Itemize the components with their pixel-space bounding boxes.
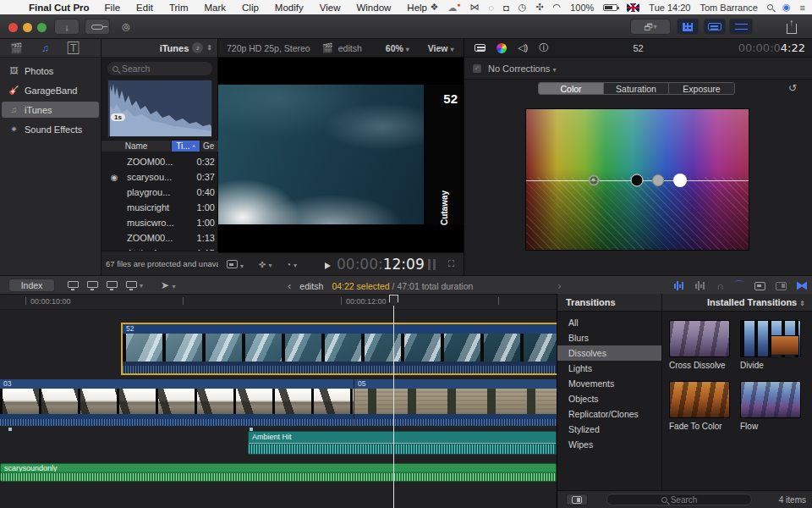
column-genre[interactable]: Ge <box>200 141 218 152</box>
menu-item[interactable]: File <box>105 3 121 13</box>
column-name[interactable]: Name <box>102 141 171 152</box>
timer-icon[interactable]: ◌ <box>489 3 495 13</box>
keyboard-layout-flag-icon[interactable] <box>627 3 639 12</box>
audio-inspector-icon[interactable]: ◁) <box>518 42 528 53</box>
menu-item[interactable]: Trim <box>169 3 189 13</box>
notification-center-icon[interactable]: ≡ <box>800 3 805 13</box>
menu-item[interactable]: Mark <box>204 3 226 13</box>
audio-preview-waveform[interactable]: 1s <box>107 80 212 137</box>
highlights-color-puck[interactable] <box>673 174 687 187</box>
midtones-color-puck[interactable] <box>652 174 664 186</box>
tool-select-menu[interactable]: ➤ ▾ <box>161 279 175 291</box>
keyword-editor-button[interactable] <box>85 19 110 35</box>
libraries-tab-icon[interactable]: 🎬 <box>10 42 23 54</box>
menu-item[interactable]: Help <box>407 3 427 13</box>
clip-appearance-icon[interactable] <box>754 282 765 290</box>
audio-clip-scarysoundonly[interactable]: scarysoundonly <box>0 463 557 482</box>
share-button[interactable] <box>780 19 804 35</box>
correction-dropdown[interactable]: No Corrections ▾ <box>488 64 556 74</box>
overwrite-edit-button[interactable]: ▾ <box>126 279 143 290</box>
transitions-category[interactable]: Movements <box>557 376 661 391</box>
menu-item[interactable]: Window <box>356 3 391 13</box>
file-row[interactable]: ◉ musicwro... 1:00 <box>102 215 218 230</box>
audio-clip-ambient-hit[interactable]: Ambient Hit <box>248 431 557 455</box>
transition-card[interactable]: Flow <box>740 381 804 442</box>
file-row[interactable]: ◉ ZOOM00... 0:32 <box>102 154 218 169</box>
timeline-project-name[interactable]: editsh <box>299 281 323 291</box>
cloud-sync-icon[interactable]: ☁● <box>447 2 460 14</box>
time-machine-icon[interactable]: ◷ <box>518 2 527 13</box>
color-board-tab[interactable]: Saturation <box>604 83 669 94</box>
sidebar-toggle-button[interactable] <box>566 494 588 505</box>
transitions-category[interactable]: Dissolves <box>557 345 661 361</box>
play-button[interactable] <box>325 261 331 271</box>
append-edit-button[interactable] <box>107 279 118 290</box>
color-inspector-icon[interactable] <box>497 43 507 53</box>
sidebar-item[interactable]: 🎸 GarageBand <box>0 82 101 98</box>
column-time-sorted[interactable]: Ti... ^ <box>171 141 200 152</box>
shield-icon[interactable]: ◘ <box>503 3 509 13</box>
app-menu-title[interactable]: Final Cut Pro <box>29 3 90 13</box>
transitions-browser-icon[interactable] <box>797 282 807 290</box>
dropbox-icon[interactable]: ❖ <box>430 2 438 13</box>
shadows-color-puck[interactable] <box>631 174 644 187</box>
solo-headphones-icon[interactable]: ∩ <box>716 280 724 292</box>
transitions-category[interactable]: Wipes <box>557 437 661 452</box>
transitions-category[interactable]: Blurs <box>557 330 661 345</box>
correction-checkbox[interactable]: ✓ <box>473 64 481 73</box>
video-inspector-icon[interactable] <box>475 44 486 52</box>
timeline-view-button[interactable] <box>704 19 726 35</box>
global-color-puck[interactable] <box>589 175 600 186</box>
info-inspector-icon[interactable]: ⓘ <box>539 41 548 54</box>
file-row[interactable]: ◉ playgrou... 0:40 <box>102 185 218 200</box>
menu-item[interactable]: Edit <box>136 3 153 13</box>
wifi-icon[interactable]: ◠ <box>553 2 562 13</box>
transitions-search-input[interactable]: Search <box>606 494 752 505</box>
primary-clip-05[interactable]: 05 <box>354 379 557 426</box>
battery-icon[interactable] <box>603 4 617 11</box>
viewer-view-menu[interactable]: View ▾ <box>428 43 454 53</box>
airplay-icon[interactable]: ✣ <box>535 2 543 13</box>
transition-card[interactable]: Fade To Color <box>669 381 733 442</box>
reset-icon[interactable]: ↺ <box>788 82 797 94</box>
sidebar-item[interactable]: ✷ Sound Effects <box>0 121 101 137</box>
photo-browser-icon[interactable] <box>776 282 787 290</box>
window-close-button[interactable] <box>8 23 18 32</box>
clip-skimming-icon[interactable] <box>695 281 706 290</box>
window-zoom-button[interactable] <box>37 23 47 32</box>
window-minimize-button[interactable] <box>23 23 32 32</box>
cutaway-clip-selected[interactable]: 52 <box>123 324 557 373</box>
transitions-category[interactable]: Stylized <box>557 422 661 437</box>
transition-card[interactable]: Cross Dissolve <box>669 320 733 381</box>
playhead-line[interactable] <box>393 295 394 508</box>
transitions-category[interactable]: Replicator/Clones <box>557 406 661 422</box>
transitions-category[interactable]: Objects <box>557 391 661 406</box>
transitions-category[interactable]: All <box>557 315 661 330</box>
primary-clip-03[interactable]: 03 <box>0 379 354 426</box>
inspector-toggle-button[interactable] <box>729 19 753 35</box>
source-chevron-icon[interactable]: ⇕ <box>206 44 212 52</box>
audio-meters-icon[interactable] <box>428 259 436 270</box>
file-row[interactable]: ◉ ZOOM00... 1:13 <box>102 230 218 246</box>
file-row[interactable]: ◉ scarysou... 0:37 <box>102 169 218 185</box>
timeline-ruler[interactable]: 00:00:10:00 00:00:12:00 <box>0 295 557 310</box>
fullscreen-icon[interactable]: ⛶ <box>448 259 454 269</box>
connect-edit-button[interactable] <box>68 279 79 290</box>
transition-card[interactable]: Divide <box>740 320 804 381</box>
timeline-fwd-chevron[interactable]: › <box>557 279 561 292</box>
viewer-canvas[interactable]: 52 Cutaway <box>218 58 464 252</box>
browser-search-input[interactable]: Search <box>107 62 212 75</box>
snapping-magnet-icon[interactable]: ⌒ <box>734 279 744 293</box>
photos-audio-tab-icon[interactable]: ♫ <box>41 42 49 54</box>
play-indicator-icon[interactable]: ◉ <box>102 173 127 182</box>
file-row[interactable]: ◉ musicright 1:00 <box>102 200 218 215</box>
titles-generators-tab-icon[interactable]: 🅃 <box>68 42 79 54</box>
sidebar-item[interactable]: ♫ iTunes <box>2 102 99 118</box>
timeline-index-button[interactable]: Index <box>8 279 55 292</box>
color-board-tab[interactable]: Color <box>539 83 604 94</box>
installed-transitions-menu[interactable]: Installed Transitions ⇕ <box>662 294 812 311</box>
insert-edit-button[interactable] <box>87 279 98 290</box>
timeline-pane[interactable]: 00:00:10:00 00:00:12:00 52 03 05 Ambient… <box>0 295 557 508</box>
menu-clock[interactable]: Tue 14:20 <box>649 3 690 13</box>
import-media-button[interactable]: ↓ <box>54 19 80 35</box>
